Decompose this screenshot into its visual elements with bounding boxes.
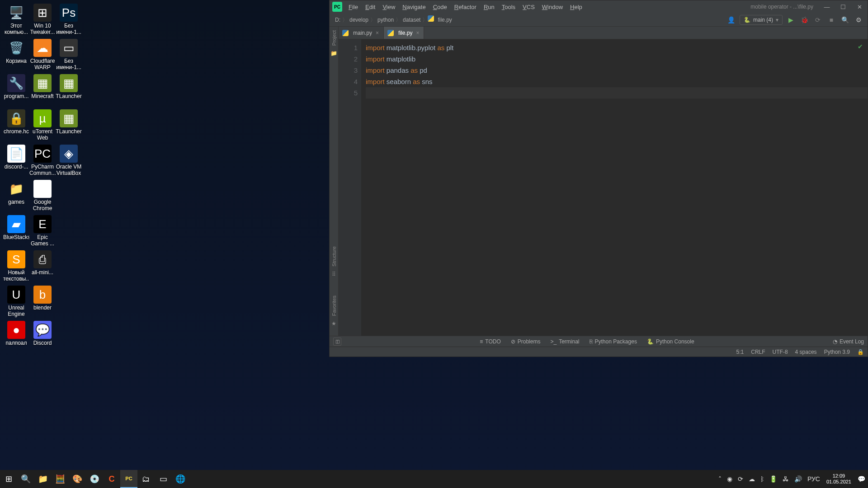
taskbar-utility-button[interactable]: 🗂 [137, 470, 155, 488]
clock[interactable]: 12:0901.05.2021 [823, 473, 855, 485]
menu-window[interactable]: Window [538, 2, 566, 12]
desktop-icon-24[interactable]: 💬Discord [30, 321, 55, 346]
menu-code[interactable]: Code [429, 2, 451, 12]
taskbar-paint-button[interactable]: 🎨 [69, 470, 86, 488]
run-config-selector[interactable]: 🐍main (4)▾ [740, 15, 783, 25]
breadcrumb-item[interactable]: D: [333, 17, 342, 23]
code-editor[interactable]: 12345 import matplotlib.pyplot as pltimp… [339, 39, 868, 336]
desktop-icon-22[interactable]: bblender [30, 286, 55, 311]
desktop-icon-12[interactable]: 📄discord-... [4, 145, 29, 170]
desktop-icon-7[interactable]: ▦Minecraft [30, 74, 55, 99]
taskbar[interactable]: ⊞🔍📁🧮🎨💿CPC🗂▭🌐 ˄◉⟳☁ᛒ🔋🖧🔊 РУС 12:0901.05.202… [0, 470, 868, 488]
tool-python-console[interactable]: 🐍Python Console [647, 338, 694, 345]
taskbar-disc-button[interactable]: 💿 [86, 470, 103, 488]
maximize-button[interactable]: ☐ [835, 0, 851, 13]
tray-sync-icon[interactable]: ⟳ [735, 470, 746, 488]
desktop-icon-16[interactable]: ●Google Chrome [30, 180, 55, 211]
line-separator[interactable]: CRLF [751, 349, 765, 355]
editor-tab-file-py[interactable]: file.py× [384, 27, 424, 39]
desktop-icon-8[interactable]: ▦TLauncher [56, 74, 81, 99]
close-tab-icon[interactable]: × [415, 30, 420, 36]
menu-run[interactable]: Run [480, 2, 498, 12]
encoding[interactable]: UTF-8 [773, 349, 788, 355]
project-tool[interactable]: Project [331, 30, 337, 46]
folder-icon[interactable]: 📁 [330, 50, 337, 56]
desktop-icon-14[interactable]: ◈Oracle VM VirtualBox [56, 145, 81, 176]
editor-tab-main-py[interactable]: main.py× [339, 27, 384, 39]
code-line[interactable] [366, 87, 868, 99]
desktop-icon-11[interactable]: ▦TLauncher [56, 109, 81, 135]
user-icon[interactable]: 👤 [726, 14, 737, 25]
desktop-icon-4[interactable]: ☁Cloudflare WARP [30, 39, 55, 70]
desktop-icon-0[interactable]: 🖥️Этот компью... [4, 4, 29, 35]
favorites-tool[interactable]: Favorites [331, 296, 337, 316]
desktop-icon-13[interactable]: PCPyCharm Commun... [30, 145, 55, 176]
desktop-icon-23[interactable]: ●палпоал [4, 321, 29, 346]
taskbar-start-button[interactable]: ⊞ [0, 470, 17, 488]
breadcrumb-item[interactable]: develop [348, 17, 370, 23]
desktop-icon-17[interactable]: ▰BlueStacks [4, 215, 29, 240]
coverage-button[interactable]: ⟳ [812, 14, 823, 25]
tray-bluetooth-icon[interactable]: ᛒ [758, 470, 767, 488]
structure-tool[interactable]: Structure [331, 246, 337, 267]
input-language[interactable]: РУС [805, 470, 823, 488]
tray-battery-icon[interactable]: 🔋 [767, 470, 780, 488]
tray-onedrive-icon[interactable]: ☁ [746, 470, 758, 488]
minimize-button[interactable]: — [819, 0, 835, 13]
action-center-icon[interactable]: 💬 [855, 470, 868, 488]
menu-refactor[interactable]: Refactor [451, 2, 480, 12]
star-icon[interactable]: ★ [331, 320, 336, 327]
tool-python-packages[interactable]: ⎘Python Packages [590, 338, 637, 345]
tray-overflow-icon[interactable]: ˄ [716, 470, 724, 488]
menu-tools[interactable]: Tools [498, 2, 519, 12]
desktop-icon-19[interactable]: SНовый текстовы... [4, 250, 29, 282]
desktop-icon-20[interactable]: ⎙all-mini... [30, 250, 55, 276]
desktop-icon-1[interactable]: ⊞Win 10 Tweaker... [30, 4, 55, 35]
desktop-icon-15[interactable]: 📁games [4, 180, 29, 205]
breadcrumb-item[interactable]: dataset [401, 17, 422, 23]
code-line[interactable]: import seaborn as sns [366, 76, 868, 87]
debug-button[interactable]: 🐞 [799, 14, 810, 25]
menu-vcs[interactable]: VCS [519, 2, 538, 12]
taskbar-ccleaner-button[interactable]: C [103, 470, 120, 488]
taskbar-chrome-button[interactable]: 🌐 [172, 470, 189, 488]
tray-network-icon[interactable]: 🖧 [780, 470, 792, 488]
desktop-icon-10[interactable]: µuTorrent Web [30, 109, 55, 141]
readonly-lock-icon[interactable]: 🔒 [857, 349, 864, 355]
code-line[interactable]: import matplotlib.pyplot as plt [366, 42, 868, 53]
code-line[interactable]: import matplotlib [366, 53, 868, 65]
tray-volume-icon[interactable]: 🔊 [792, 470, 805, 488]
taskbar-sandbox-button[interactable]: ▭ [155, 470, 172, 488]
search-button[interactable]: 🔍 [840, 14, 850, 25]
desktop-icon-9[interactable]: 🔒chrome.hc [4, 109, 29, 135]
event-log-button[interactable]: ◔Event Log [833, 338, 864, 345]
taskbar-pycharm-button[interactable]: PC [120, 470, 137, 488]
taskbar-search-button[interactable]: 🔍 [17, 470, 34, 488]
tool-todo[interactable]: ≡TODO [480, 338, 500, 345]
desktop-icon-18[interactable]: EEpic Games ... [30, 215, 55, 247]
inspection-ok-icon[interactable]: ✔ [858, 43, 863, 50]
desktop-icon-2[interactable]: PsБез имени-1... [56, 4, 81, 35]
tool-window-toggle[interactable]: ◫ [333, 338, 341, 346]
close-tab-icon[interactable]: × [375, 30, 380, 36]
code-line[interactable]: import pandas as pd [366, 65, 868, 76]
breadcrumb-item[interactable]: file.py [436, 17, 453, 23]
run-button[interactable]: ▶ [785, 14, 796, 25]
code-area[interactable]: import matplotlib.pyplot as pltimport ma… [361, 39, 868, 336]
caret-position[interactable]: 5:1 [736, 349, 744, 355]
tool-terminal[interactable]: >_Terminal [550, 338, 579, 345]
desktop-icon-21[interactable]: UUnreal Engine [4, 286, 29, 317]
menu-view[interactable]: View [379, 2, 399, 12]
menu-help[interactable]: Help [566, 2, 586, 12]
settings-button[interactable]: ⚙ [853, 14, 864, 25]
tool-problems[interactable]: ⊘Problems [511, 338, 541, 345]
indent[interactable]: 4 spaces [795, 349, 817, 355]
menu-edit[interactable]: Edit [362, 2, 379, 12]
desktop-icon-3[interactable]: 🗑️Корзина [4, 39, 29, 64]
menu-file[interactable]: File [345, 2, 362, 12]
taskbar-calculator-button[interactable]: 🧮 [52, 470, 69, 488]
close-button[interactable]: ✕ [851, 0, 868, 13]
menu-navigate[interactable]: Navigate [399, 2, 429, 12]
structure-icon[interactable]: ⠿ [332, 271, 336, 277]
interpreter[interactable]: Python 3.9 [824, 349, 850, 355]
